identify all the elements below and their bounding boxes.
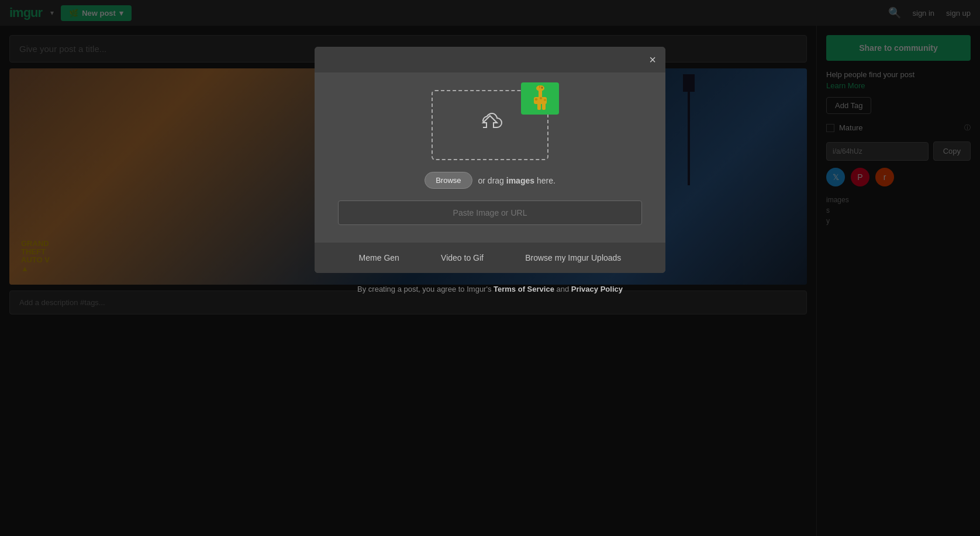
video-to-gif-link[interactable]: Video to Gif <box>441 253 484 262</box>
svg-point-5 <box>534 98 537 101</box>
browse-uploads-link[interactable]: Browse my Imgur Uploads <box>525 253 621 262</box>
drop-zone[interactable] <box>432 90 548 160</box>
paste-url-input[interactable] <box>338 200 642 225</box>
modal-body: Browse or drag images here. <box>315 72 665 243</box>
upload-modal: × <box>315 47 665 273</box>
terms-connector: and <box>554 285 571 293</box>
meme-gen-link[interactable]: Meme Gen <box>359 253 399 262</box>
drag-text-bold: images <box>506 176 534 185</box>
drag-text: or drag images here. <box>478 176 555 185</box>
modal-header: × <box>315 47 665 72</box>
upload-cloud-icon <box>476 111 504 140</box>
drag-text-prefix: or drag <box>478 176 506 185</box>
terms-bar: By creating a post, you agree to Imgur's… <box>346 273 634 305</box>
svg-point-6 <box>540 97 542 99</box>
privacy-policy-link[interactable]: Privacy Policy <box>571 285 623 293</box>
giraffe-preview-image <box>521 82 559 115</box>
browse-button[interactable]: Browse <box>425 172 472 189</box>
modal-footer: Meme Gen Video to Gif Browse my Imgur Up… <box>315 243 665 273</box>
svg-rect-9 <box>539 85 540 88</box>
terms-prefix: By creating a post, you agree to Imgur's <box>357 285 494 293</box>
drag-text-suffix: here. <box>534 176 555 185</box>
modal-overlay: × <box>0 0 980 536</box>
svg-rect-10 <box>541 85 543 88</box>
browse-row: Browse or drag images here. <box>425 172 555 189</box>
modal-close-button[interactable]: × <box>649 54 656 65</box>
terms-of-service-link[interactable]: Terms of Service <box>494 285 554 293</box>
svg-point-7 <box>544 99 546 101</box>
